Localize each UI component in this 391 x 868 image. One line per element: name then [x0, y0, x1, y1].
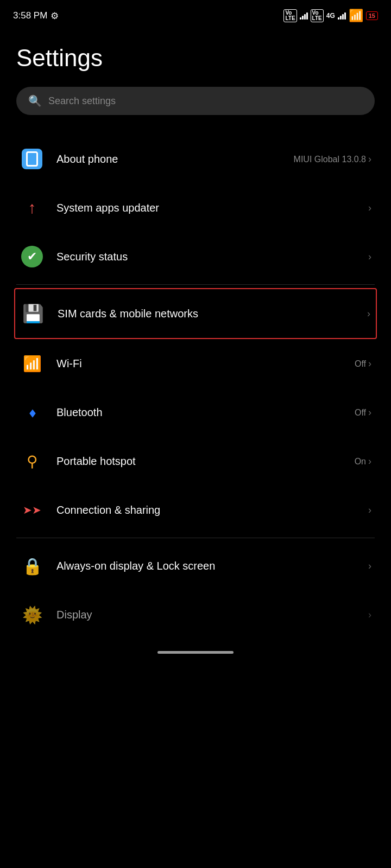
- bluetooth-icon: ⬧: [28, 404, 37, 421]
- page-title: Settings: [16, 44, 375, 72]
- divider-2: [16, 538, 375, 538]
- system-apps-updater-chevron: ›: [368, 202, 371, 214]
- wifi-icon: 📶: [23, 355, 42, 373]
- settings-item-about-phone[interactable]: About phone MIUI Global 13.0.8 ›: [16, 135, 375, 183]
- volte1-badge: VoLTE: [283, 9, 297, 22]
- portable-hotspot-value: On: [355, 457, 366, 467]
- gear-icon: ⚙: [51, 10, 59, 22]
- signal1-bars: [300, 12, 308, 20]
- signal2-bars: [338, 12, 346, 20]
- divider-1: [16, 284, 375, 285]
- security-status-icon: ✔: [20, 244, 45, 269]
- page-content: Settings 🔍 Search settings About phone M…: [0, 28, 391, 633]
- settings-group-1: About phone MIUI Global 13.0.8 › ↑ Syste…: [16, 135, 375, 281]
- search-icon: 🔍: [28, 94, 42, 107]
- display-chevron: ›: [368, 609, 371, 621]
- settings-group-3: 🔒 Always-on display & Lock screen › 🌞 Di…: [16, 541, 375, 633]
- sim-cards-icon: 💾: [21, 301, 46, 326]
- search-placeholder: Search settings: [48, 95, 116, 107]
- arrow-up-icon: ↑: [28, 199, 36, 217]
- always-on-display-icon-wrap: 🔒: [20, 553, 45, 578]
- settings-item-security-status[interactable]: ✔ Security status ›: [16, 232, 375, 281]
- home-indicator: [0, 643, 391, 659]
- about-phone-icon: [20, 146, 45, 171]
- bluetooth-item-icon: ⬧: [20, 400, 45, 425]
- wifi-status-icon: 📶: [349, 9, 363, 23]
- wifi-value: Off: [355, 359, 366, 369]
- wifi-label: Wi-Fi: [56, 358, 343, 370]
- system-apps-updater-label: System apps updater: [56, 202, 356, 214]
- system-apps-updater-icon: ↑: [20, 195, 45, 220]
- always-on-display-label: Always-on display & Lock screen: [56, 560, 356, 572]
- status-icons: VoLTE VoLTE 4G 📶 15: [283, 9, 378, 23]
- settings-item-always-on-display[interactable]: 🔒 Always-on display & Lock screen ›: [16, 541, 375, 590]
- sim-cards-chevron: ›: [367, 308, 370, 320]
- settings-item-display[interactable]: 🌞 Display ›: [16, 590, 375, 633]
- settings-group-2: 💾 SIM cards & mobile networks › 📶 Wi-Fi …: [16, 288, 375, 534]
- display-label: Display: [56, 609, 356, 621]
- wifi-item-icon: 📶: [20, 351, 45, 376]
- display-icon-wrap: 🌞: [20, 602, 45, 627]
- battery-badge: 15: [366, 11, 378, 20]
- portable-hotspot-label: Portable hotspot: [56, 455, 343, 468]
- always-on-display-chevron: ›: [368, 560, 371, 572]
- connection-icon: ➤➤: [23, 503, 41, 516]
- wifi-chevron: ›: [368, 358, 371, 369]
- settings-item-system-apps-updater[interactable]: ↑ System apps updater ›: [16, 183, 375, 232]
- portable-hotspot-chevron: ›: [368, 456, 371, 467]
- time-text: 3:58 PM: [13, 10, 47, 21]
- display-icon: 🌞: [22, 605, 42, 624]
- settings-item-portable-hotspot[interactable]: ⚲ Portable hotspot On ›: [16, 437, 375, 486]
- settings-item-connection-sharing[interactable]: ➤➤ Connection & sharing ›: [16, 486, 375, 534]
- connection-sharing-label: Connection & sharing: [56, 504, 356, 516]
- sim-cards-label: SIM cards & mobile networks: [58, 308, 355, 320]
- portable-hotspot-icon: ⚲: [20, 449, 45, 474]
- settings-item-wifi[interactable]: 📶 Wi-Fi Off ›: [16, 339, 375, 388]
- security-status-chevron: ›: [368, 251, 371, 263]
- settings-item-sim-cards[interactable]: 💾 SIM cards & mobile networks ›: [14, 288, 377, 339]
- status-bar: 3:58 PM ⚙ VoLTE VoLTE 4G 📶 15: [0, 0, 391, 28]
- bluetooth-chevron: ›: [368, 407, 371, 418]
- bluetooth-label: Bluetooth: [56, 406, 343, 419]
- lock-icon: 🔒: [22, 557, 42, 576]
- 4g-badge: 4G: [326, 12, 335, 20]
- volte2-badge: VoLTE: [311, 9, 324, 22]
- about-phone-value: MIUI Global 13.0.8: [294, 155, 366, 164]
- about-phone-chevron: ›: [368, 154, 371, 165]
- connection-sharing-chevron: ›: [368, 505, 371, 516]
- shield-icon: ✔: [21, 246, 43, 267]
- bluetooth-value: Off: [355, 408, 366, 418]
- connection-sharing-icon-wrap: ➤➤: [20, 497, 45, 522]
- sim-icon: 💾: [22, 303, 44, 324]
- security-status-label: Security status: [56, 251, 356, 263]
- search-bar[interactable]: 🔍 Search settings: [16, 87, 375, 115]
- home-indicator-bar: [157, 651, 234, 654]
- status-time: 3:58 PM ⚙: [13, 10, 59, 22]
- about-phone-label: About phone: [56, 153, 282, 165]
- hotspot-icon: ⚲: [27, 452, 38, 470]
- battery-level: 15: [369, 12, 375, 19]
- settings-item-bluetooth[interactable]: ⬧ Bluetooth Off ›: [16, 388, 375, 437]
